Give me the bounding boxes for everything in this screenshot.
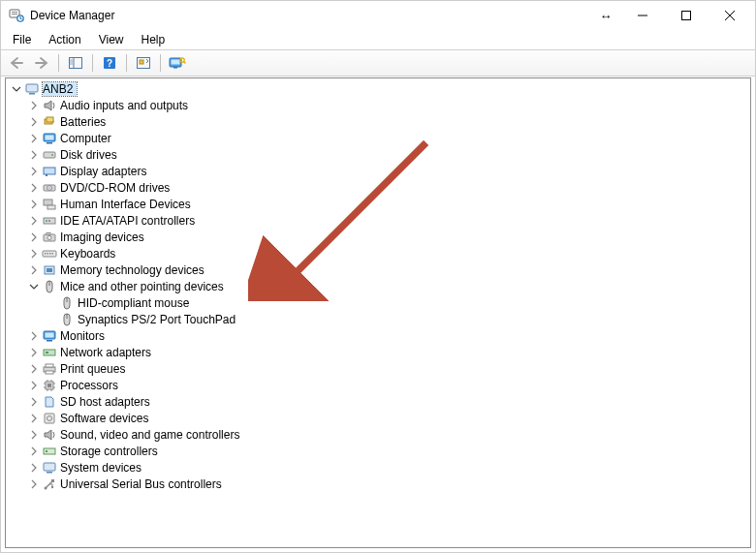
- expand-toggle[interactable]: [27, 362, 41, 376]
- expand-toggle[interactable]: [27, 445, 41, 458]
- tree-cat-monitors[interactable]: Monitors: [6, 327, 750, 344]
- expand-toggle[interactable]: [27, 412, 41, 425]
- svg-point-36: [48, 187, 49, 188]
- tree-cat-batteries[interactable]: Batteries: [6, 113, 750, 130]
- svg-rect-64: [47, 384, 51, 387]
- svg-rect-76: [46, 450, 47, 452]
- tree-cat-audio[interactable]: Audio inputs and outputs: [6, 97, 750, 113]
- expand-toggle[interactable]: [27, 214, 41, 228]
- mouse-icon: [42, 279, 57, 294]
- svg-text:?: ?: [107, 58, 112, 69]
- tree-cat-sdhost[interactable]: SD host adapters: [6, 393, 750, 410]
- expand-toggle[interactable]: [27, 247, 41, 261]
- svg-point-43: [47, 235, 51, 239]
- svg-rect-49: [52, 253, 54, 255]
- toolbar-separator: [92, 54, 93, 72]
- titlebar: Device Manager ↔: [1, 1, 755, 30]
- svg-rect-41: [48, 220, 50, 222]
- expand-toggle[interactable]: [27, 477, 41, 491]
- close-button[interactable]: [708, 2, 751, 29]
- tree-cat-display[interactable]: Display adapters: [6, 163, 750, 179]
- svg-rect-51: [47, 268, 52, 272]
- tree-label: Storage controllers: [60, 445, 162, 458]
- tree-cat-printq[interactable]: Print queues: [6, 360, 750, 377]
- display-adapter-icon: [42, 164, 57, 179]
- network-icon: [42, 345, 57, 360]
- tree-cat-memtech[interactable]: Memory technology devices: [6, 261, 750, 278]
- toolbar-separator: [126, 54, 127, 72]
- svg-rect-30: [44, 152, 55, 158]
- tree-device-synaptics[interactable]: Synaptics PS/2 Port TouchPad: [6, 311, 750, 327]
- tree-cat-ide[interactable]: IDE ATA/ATAPI controllers: [6, 212, 750, 229]
- minimize-button[interactable]: [620, 2, 664, 29]
- tree-root-label: ANB2: [43, 82, 77, 96]
- tree-device-hid-mouse[interactable]: HID-compliant mouse: [6, 294, 750, 311]
- tree-cat-software[interactable]: Software devices: [6, 410, 750, 426]
- tree-cat-processors[interactable]: Processors: [6, 377, 750, 393]
- menu-view[interactable]: View: [91, 31, 132, 48]
- expand-toggle[interactable]: [27, 461, 41, 475]
- help-button[interactable]: ?: [98, 52, 121, 74]
- expand-toggle[interactable]: [27, 165, 41, 178]
- show-hide-tree-button[interactable]: [64, 52, 87, 74]
- svg-rect-56: [46, 332, 54, 337]
- tree-cat-mice[interactable]: Mice and other pointing devices: [6, 278, 750, 294]
- svg-rect-29: [47, 142, 52, 144]
- expand-toggle[interactable]: [27, 132, 41, 145]
- expand-toggle[interactable]: [27, 181, 41, 195]
- tree-cat-computer[interactable]: Computer: [6, 130, 750, 146]
- tree-cat-storage[interactable]: Storage controllers: [6, 443, 750, 459]
- toolbar-separator: [58, 54, 59, 72]
- scan-hardware-button[interactable]: [132, 52, 155, 74]
- tree-root[interactable]: ANB2: [6, 80, 750, 97]
- expand-toggle[interactable]: [27, 428, 41, 442]
- tree-label: Processors: [60, 379, 122, 392]
- expand-toggle[interactable]: [27, 346, 41, 359]
- menu-help[interactable]: Help: [134, 31, 173, 48]
- window-title: Device Manager: [30, 9, 114, 22]
- tree-cat-sound[interactable]: Sound, video and game controllers: [6, 426, 750, 443]
- expand-toggle[interactable]: [27, 115, 41, 129]
- tree-cat-keyboards[interactable]: Keyboards: [6, 245, 750, 261]
- sd-icon: [42, 394, 57, 410]
- expand-toggle[interactable]: [27, 198, 41, 211]
- expand-toggle[interactable]: [27, 395, 41, 409]
- expand-toggle[interactable]: [27, 230, 41, 244]
- svg-rect-57: [47, 340, 52, 342]
- monitor-icon: [42, 131, 57, 146]
- menu-file[interactable]: File: [5, 31, 39, 48]
- tree-cat-system[interactable]: System devices: [6, 459, 750, 476]
- forward-button[interactable]: [30, 52, 53, 74]
- properties-button[interactable]: [166, 52, 189, 74]
- tree-label: Monitors: [60, 329, 109, 343]
- tree-cat-usb[interactable]: Universal Serial Bus controllers: [6, 476, 750, 492]
- menu-action[interactable]: Action: [41, 31, 88, 48]
- svg-rect-38: [47, 205, 55, 209]
- tree-label: Batteries: [60, 115, 110, 129]
- controller-icon: [42, 213, 57, 229]
- svg-rect-32: [44, 168, 55, 174]
- storage-icon: [42, 444, 57, 459]
- expand-toggle[interactable]: [27, 280, 41, 293]
- device-tree[interactable]: ANB2 Audio inputs and outputs Batteries …: [5, 77, 751, 548]
- expand-toggle[interactable]: [10, 82, 23, 96]
- expand-toggle[interactable]: [27, 263, 41, 277]
- expand-toggle[interactable]: [27, 99, 41, 112]
- expand-toggle[interactable]: [27, 148, 41, 162]
- svg-rect-28: [46, 135, 54, 139]
- tree-label: System devices: [60, 461, 145, 475]
- svg-rect-16: [140, 60, 143, 64]
- maximize-button[interactable]: [664, 2, 708, 29]
- tree-cat-disk[interactable]: Disk drives: [6, 146, 750, 163]
- svg-rect-44: [47, 232, 50, 234]
- svg-rect-48: [49, 253, 51, 255]
- tree-cat-dvd[interactable]: DVD/CD-ROM drives: [6, 179, 750, 196]
- expand-toggle[interactable]: [27, 329, 41, 343]
- tree-cat-network[interactable]: Network adapters: [6, 344, 750, 360]
- tree-cat-imaging[interactable]: Imaging devices: [6, 229, 750, 245]
- camera-icon: [42, 230, 57, 245]
- tree-cat-hid[interactable]: Human Interface Devices: [6, 196, 750, 212]
- back-button[interactable]: [5, 52, 28, 74]
- svg-rect-62: [46, 371, 53, 374]
- expand-toggle[interactable]: [27, 379, 41, 392]
